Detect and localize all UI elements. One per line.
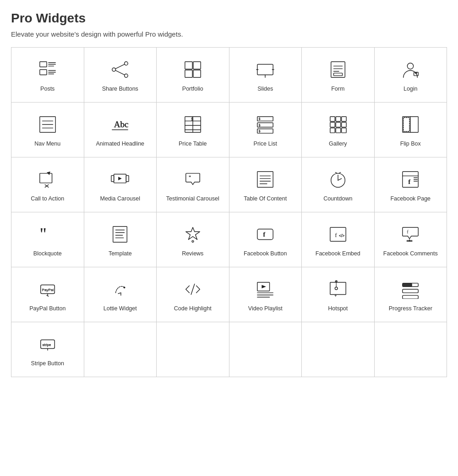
svg-rect-54 (330, 128, 335, 133)
widget-label-countdown: Countdown (323, 195, 352, 202)
widget-card-share-buttons[interactable]: Share Buttons (84, 48, 157, 103)
blockquote-icon: " (37, 223, 59, 245)
widget-card-progress-tracker[interactable]: Progress Tracker (375, 267, 447, 322)
widget-card-animated-headline[interactable]: AbcAnimated Headline (84, 103, 157, 157)
svg-rect-49 (336, 117, 341, 122)
svg-rect-17 (257, 65, 273, 75)
widget-label-price-table: Price Table (179, 140, 207, 147)
page-subtitle: Elevate your website's design with power… (11, 30, 447, 38)
widget-label-gallery: Gallery (329, 140, 347, 147)
svg-rect-21 (331, 62, 345, 77)
reviews-icon (182, 223, 204, 245)
price-table-icon: $ (182, 114, 204, 135)
video-playlist-icon (254, 278, 276, 300)
widget-card-portfolio[interactable]: Portfolio (157, 48, 229, 103)
empty-cell (375, 322, 447, 377)
widget-card-countdown[interactable]: Countdown (302, 157, 375, 212)
svg-rect-52 (336, 123, 341, 128)
svg-point-105 (124, 287, 125, 289)
svg-marker-67 (118, 177, 122, 181)
widget-card-hotspot[interactable]: +Hotspot (302, 267, 375, 322)
widget-card-price-list[interactable]: $$$Price List (229, 103, 302, 157)
table-of-content-icon (254, 168, 276, 190)
widget-card-template[interactable]: Template (84, 212, 157, 267)
widget-card-form[interactable]: Form (302, 48, 375, 103)
template-icon (109, 223, 131, 245)
svg-rect-16 (193, 70, 201, 77)
widget-card-paypal-button[interactable]: PayPalPayPal Button (11, 267, 84, 322)
svg-rect-56 (341, 128, 346, 133)
empty-cell (229, 322, 302, 377)
facebook-page-icon: f (399, 168, 421, 190)
widget-label-reviews: Reviews (182, 250, 203, 257)
svg-text:PayPal: PayPal (42, 288, 54, 292)
widget-card-gallery[interactable]: Gallery (302, 103, 375, 157)
stripe-button-icon: stripe (37, 333, 59, 355)
svg-line-76 (338, 178, 342, 180)
widget-label-nav-menu: Nav Menu (34, 140, 60, 147)
paypal-button-icon: PayPal (37, 278, 59, 300)
svg-rect-14 (193, 62, 201, 69)
widgets-grid: PostsShare ButtonsPortfolioSlidesFormLog… (11, 47, 447, 377)
svg-rect-60 (40, 173, 52, 183)
widget-card-facebook-button[interactable]: fFacebook Button (229, 212, 302, 267)
page-title: Pro Widgets (11, 11, 447, 26)
svg-text:f: f (335, 232, 337, 238)
widget-label-video-playlist: Video Playlist (248, 305, 283, 312)
portfolio-icon (182, 59, 204, 81)
widget-label-call-to-action: Call to Action (31, 195, 64, 202)
widget-label-testimonial-carousel: Testimonial Carousel (166, 195, 219, 202)
widget-card-facebook-page[interactable]: fFacebook Page (375, 157, 447, 212)
widget-label-form: Form (331, 85, 344, 92)
widget-label-share-buttons: Share Buttons (102, 85, 138, 92)
widget-label-slides: Slides (257, 85, 273, 92)
widget-card-slides[interactable]: Slides (229, 48, 302, 103)
svg-rect-53 (341, 123, 346, 128)
slides-icon (254, 59, 276, 81)
hotspot-icon: + (327, 278, 349, 300)
widget-card-blockquote[interactable]: "Blockquote (11, 212, 84, 267)
svg-text:stripe: stripe (42, 343, 51, 347)
svg-rect-15 (185, 70, 192, 77)
widget-label-facebook-page: Facebook Page (390, 195, 431, 202)
widget-card-video-playlist[interactable]: Video Playlist (229, 267, 302, 322)
widget-label-table-of-content: Table Of Content (244, 195, 287, 202)
widget-card-facebook-comments[interactable]: fFacebook Comments (375, 212, 447, 267)
widget-label-facebook-embed: Facebook Embed (316, 250, 360, 257)
empty-cell (157, 322, 229, 377)
widget-card-flip-box[interactable]: Flip Box (375, 103, 447, 157)
svg-rect-122 (403, 296, 418, 299)
widget-label-price-list: Price List (254, 140, 277, 147)
share-buttons-icon (109, 59, 131, 81)
widget-card-media-carousel[interactable]: Media Carousel (84, 157, 157, 212)
widget-card-price-table[interactable]: $Price Table (157, 103, 229, 157)
widget-label-login: Login (403, 85, 418, 92)
svg-point-26 (408, 63, 414, 69)
svg-rect-69 (257, 172, 273, 187)
facebook-embed-icon: f</> (327, 223, 349, 245)
widget-card-table-of-content[interactable]: Table Of Content (229, 157, 302, 212)
widget-label-progress-tracker: Progress Tracker (389, 305, 432, 312)
widget-card-posts[interactable]: Posts (11, 48, 84, 103)
widget-card-lottie-widget[interactable]: Lottie Widget (84, 267, 157, 322)
login-icon (399, 59, 421, 81)
widget-card-call-to-action[interactable]: Call to Action (11, 157, 84, 212)
widget-card-login[interactable]: Login (375, 48, 447, 103)
widget-label-facebook-button: Facebook Button (244, 250, 287, 257)
svg-point-115 (335, 287, 338, 290)
widget-label-animated-headline: Animated Headline (96, 140, 144, 147)
widget-card-facebook-embed[interactable]: f</>Facebook Embed (302, 212, 375, 267)
widget-card-testimonial-carousel[interactable]: "Testimonial Carousel (157, 157, 229, 212)
svg-rect-86 (113, 227, 127, 242)
widget-label-template: Template (109, 250, 132, 257)
widget-label-posts: Posts (40, 85, 55, 92)
widget-card-stripe-button[interactable]: stripeStripe Button (11, 322, 84, 377)
svg-text:f: f (408, 178, 411, 185)
svg-text:$: $ (259, 124, 261, 127)
svg-marker-110 (262, 285, 267, 289)
widget-label-media-carousel: Media Carousel (100, 195, 140, 202)
widget-card-reviews[interactable]: Reviews (157, 212, 229, 267)
widget-card-nav-menu[interactable]: Nav Menu (11, 103, 84, 157)
widget-card-code-highlight[interactable]: Code Highlight (157, 267, 229, 322)
svg-rect-65 (111, 176, 114, 182)
